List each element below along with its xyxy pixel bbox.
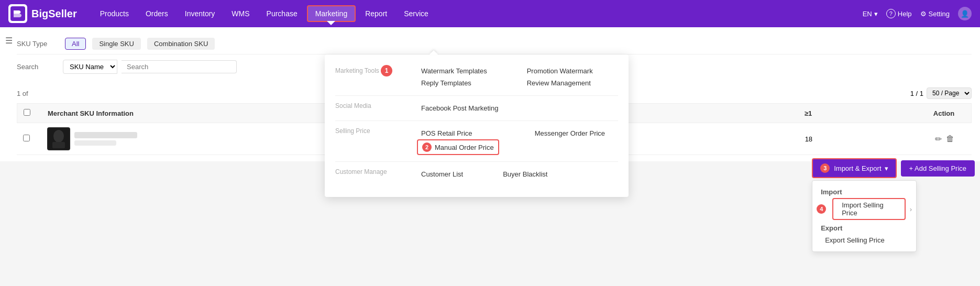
sku-type-label: SKU Type — [17, 40, 59, 48]
selling-price-label: Selling Price — [335, 127, 409, 135]
sku-type-row: SKU Type All Single SKU Combination SKU — [17, 34, 972, 54]
reply-templates[interactable]: Reply Templates — [417, 77, 491, 89]
marketing-tools-col1: Watermark Templates Reply Templates — [417, 65, 491, 89]
user-avatar[interactable]: 👤 — [958, 7, 972, 20]
marketing-tools-items: Watermark Templates Reply Templates Prom… — [417, 65, 597, 89]
nav-marketing[interactable]: Marketing — [307, 5, 356, 22]
import-export-container: 3 Import & Export ▾ Import 4 Import Sell… — [812, 158, 896, 178]
import-export-button[interactable]: 3 Import & Export ▾ — [812, 158, 896, 178]
export-section-label: Export — [812, 221, 916, 233]
col-action-header: Action — [923, 109, 965, 117]
promotion-watermark[interactable]: Promotion Watermark — [523, 65, 597, 77]
marketing-tools-col2: Promotion Watermark Review Management — [523, 65, 597, 89]
action-cell: ✏ 🗑 — [923, 134, 965, 144]
marketing-tools-label: Marketing Tools 1 — [335, 65, 409, 76]
nav-report[interactable]: Report — [358, 6, 394, 21]
arrow-right-icon: › — [910, 205, 912, 213]
chevron-down-icon: ▾ — [874, 10, 878, 18]
messenger-order-price[interactable]: Messenger Order Price — [531, 127, 609, 139]
customer-list[interactable]: Customer List — [417, 168, 467, 180]
badge-4: 4 — [817, 204, 826, 214]
settings-button[interactable]: ⚙ Setting — [920, 10, 950, 18]
nav-inventory[interactable]: Inventory — [178, 6, 223, 21]
buyer-blacklist[interactable]: Buyer Blacklist — [499, 168, 552, 180]
nav-purchase[interactable]: Purchase — [259, 6, 305, 21]
marketing-mega-menu: Marketing Tools 1 Watermark Templates Re… — [325, 54, 629, 197]
logo-icon — [8, 4, 27, 23]
badge-3: 3 — [820, 163, 830, 173]
help-button[interactable]: ? Help — [886, 9, 912, 18]
import-selling-price-item[interactable]: 4 Import Selling Price › — [817, 198, 912, 220]
social-media-label: Social Media — [335, 102, 409, 109]
marketing-tools-section: Marketing Tools 1 Watermark Templates Re… — [335, 65, 618, 96]
watermark-templates[interactable]: Watermark Templates — [417, 65, 491, 77]
action-icons: ✏ 🗑 — [923, 134, 965, 144]
product-name — [74, 132, 137, 146]
select-all-checkbox[interactable] — [24, 109, 30, 116]
row-checkbox[interactable] — [23, 135, 30, 141]
selling-price-col2: Messenger Order Price — [531, 127, 609, 155]
nav-right: EN ▾ ? Help ⚙ Setting 👤 — [863, 7, 972, 20]
badge-1: 1 — [381, 65, 392, 76]
nav-orders[interactable]: Orders — [138, 6, 175, 21]
top-action-buttons: 3 Import & Export ▾ Import 4 Import Sell… — [812, 158, 975, 178]
gear-icon: ⚙ — [920, 10, 927, 18]
logo-text: BigSeller — [31, 8, 77, 20]
social-media-section: Social Media Facebook Post Marketing — [335, 102, 618, 121]
quantity-value: 18 — [805, 135, 812, 143]
import-export-dropdown: Import 4 Import Selling Price › Export E… — [812, 180, 917, 252]
page-number: 1 / 1 — [910, 90, 923, 97]
selling-price-section: Selling Price POS Retail Price 2 Manual … — [335, 127, 618, 162]
help-icon: ? — [886, 9, 896, 18]
menu-icon: ☰ — [5, 36, 13, 45]
nav-service[interactable]: Service — [397, 6, 436, 21]
social-media-items: Facebook Post Marketing — [417, 102, 502, 114]
search-label: Search — [17, 63, 59, 71]
add-selling-price-button[interactable]: + Add Selling Price — [901, 160, 975, 177]
nav-products[interactable]: Products — [93, 6, 136, 21]
nav-items: Products Orders Inventory WMS Purchase M… — [93, 5, 863, 22]
manual-order-price[interactable]: 2 Manual Order Price — [417, 139, 499, 155]
svg-rect-3 — [52, 142, 65, 148]
logo[interactable]: BigSeller — [8, 4, 77, 23]
export-selling-price[interactable]: Export Selling Price — [812, 233, 916, 247]
nav-wms[interactable]: WMS — [224, 6, 257, 21]
delete-icon[interactable]: 🗑 — [946, 134, 954, 144]
product-thumbnail — [47, 127, 70, 150]
customer-manage-items: Customer List Buyer Blacklist — [417, 168, 552, 180]
badge-2: 2 — [422, 142, 432, 152]
per-page-select[interactable]: 50 / Page — [927, 87, 972, 99]
sku-all-button[interactable]: All — [65, 38, 86, 50]
search-input[interactable] — [122, 60, 237, 73]
sidebar-toggle[interactable]: ☰ — [2, 32, 16, 49]
customer-manage-label: Customer Manage — [335, 168, 409, 175]
svg-point-2 — [53, 130, 64, 142]
selling-price-col1: POS Retail Price 2 Manual Order Price — [417, 127, 499, 155]
review-management[interactable]: Review Management — [523, 77, 597, 89]
edit-icon[interactable]: ✏ — [935, 134, 942, 144]
col-qty-header: ≥1 — [702, 109, 915, 117]
selling-price-items: POS Retail Price 2 Manual Order Price Me… — [417, 127, 609, 155]
facebook-post-marketing[interactable]: Facebook Post Marketing — [417, 102, 502, 114]
customer-manage-section: Customer Manage Customer List Buyer Blac… — [335, 168, 618, 186]
language-selector[interactable]: EN ▾ — [863, 10, 878, 18]
action-buttons-area: 3 Import & Export ▾ Import 4 Import Sell… — [812, 158, 975, 178]
pagination-controls: 1 / 1 50 / Page — [910, 87, 972, 99]
user-icon: 👤 — [958, 7, 972, 20]
sku-single-button[interactable]: Single SKU — [92, 38, 140, 50]
import-section-label: Import — [812, 185, 916, 197]
pagination-info: 1 of — [17, 90, 30, 97]
search-type-dropdown[interactable]: SKU Name — [63, 60, 117, 74]
chevron-down-icon: ▾ — [885, 164, 888, 172]
import-selling-price[interactable]: Import Selling Price — [832, 198, 906, 220]
top-navigation: BigSeller Products Orders Inventory WMS … — [0, 0, 980, 27]
pos-retail-price[interactable]: POS Retail Price — [417, 127, 499, 139]
quantity-cell: 18 — [702, 135, 915, 143]
sku-combination-button[interactable]: Combination SKU — [147, 38, 215, 50]
